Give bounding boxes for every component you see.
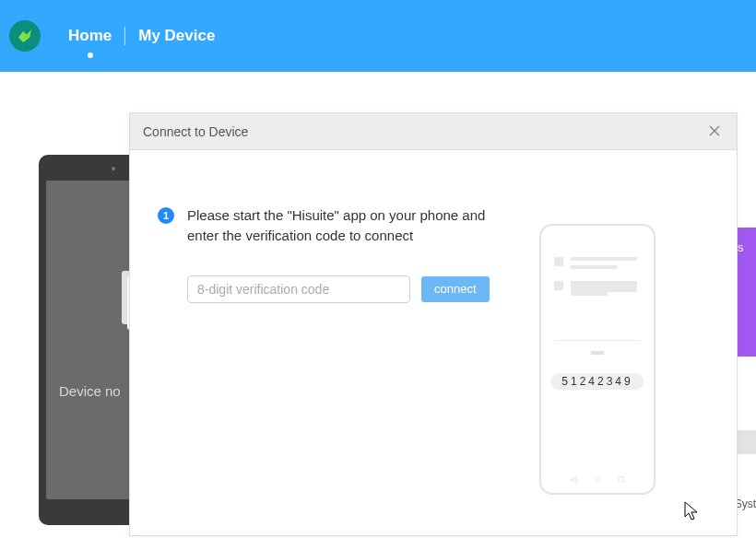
bottom-right-label: Syst bbox=[735, 497, 756, 510]
dialog-title: Connect to Device bbox=[143, 124, 248, 139]
dialog-header: Connect to Device bbox=[130, 113, 737, 150]
connect-button[interactable]: connect bbox=[421, 276, 490, 302]
back-icon: ◁ bbox=[571, 474, 577, 484]
connect-device-dialog: Connect to Device 1 Please start the "Hi… bbox=[129, 112, 738, 536]
illustration-code: 51242349 bbox=[550, 373, 644, 390]
instruction-step: 1 Please start the "Hisuite" app on your… bbox=[158, 205, 508, 246]
nav-my-device[interactable]: My Device bbox=[125, 27, 228, 45]
step-number-badge: 1 bbox=[158, 207, 174, 224]
phone-illustration: 51242349 ◁ ○ □ bbox=[539, 224, 656, 495]
main-nav: Home My Device bbox=[55, 27, 228, 45]
dialog-body: 1 Please start the "Hisuite" app on your… bbox=[130, 150, 737, 535]
step-instruction-text: Please start the "Hisuite" app on your p… bbox=[187, 205, 508, 246]
nav-home-label: Home bbox=[68, 27, 112, 44]
home-icon: ○ bbox=[596, 474, 600, 484]
dialog-close-button[interactable] bbox=[705, 121, 724, 143]
app-header: Home My Device bbox=[0, 0, 756, 72]
right-panel-clip: s bbox=[738, 228, 756, 357]
verification-code-input[interactable] bbox=[187, 275, 410, 303]
right-gray-clip bbox=[738, 430, 756, 454]
nav-home[interactable]: Home bbox=[55, 27, 124, 45]
logo-bird-icon bbox=[15, 26, 35, 46]
nav-active-indicator bbox=[88, 53, 93, 58]
phone-nav-icons: ◁ ○ □ bbox=[541, 474, 654, 484]
close-icon bbox=[709, 125, 720, 136]
app-logo bbox=[9, 20, 41, 52]
recent-icon: □ bbox=[620, 474, 624, 484]
nav-my-device-label: My Device bbox=[138, 27, 215, 44]
device-status-text: Device no bbox=[59, 383, 121, 399]
